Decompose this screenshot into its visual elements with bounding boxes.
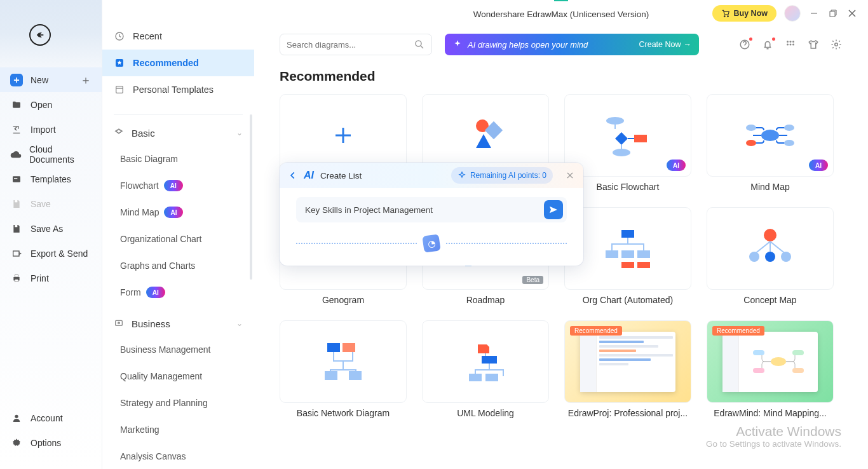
chevron-down-icon: ⌄ bbox=[236, 319, 243, 328]
svg-point-18 bbox=[416, 41, 421, 46]
cart-icon bbox=[721, 9, 730, 18]
category-basic-label: Basic bbox=[132, 128, 155, 139]
settings-icon[interactable] bbox=[830, 38, 843, 51]
help-icon[interactable] bbox=[738, 38, 751, 51]
svg-rect-66 bbox=[753, 350, 764, 355]
svg-point-20 bbox=[787, 41, 789, 43]
cat-recommended[interactable]: Recommended bbox=[102, 50, 254, 76]
add-icon[interactable]: ＋ bbox=[80, 72, 92, 88]
shirt-icon[interactable] bbox=[807, 38, 820, 51]
scrollbar[interactable] bbox=[250, 114, 252, 280]
svg-rect-3 bbox=[15, 225, 17, 227]
menu-templates[interactable]: Templates bbox=[0, 167, 102, 191]
svg-rect-49 bbox=[606, 250, 618, 258]
sub-graphs[interactable]: Graphs and Charts bbox=[102, 252, 254, 279]
plus-icon bbox=[332, 124, 355, 147]
title-accent bbox=[554, 0, 568, 1]
ai-prompt-box[interactable] bbox=[296, 197, 567, 222]
menu-account[interactable]: Account bbox=[0, 405, 102, 430]
ai-logo: AI bbox=[304, 170, 314, 181]
sub-flowchart[interactable]: FlowchartAI bbox=[102, 172, 254, 199]
popup-close-button[interactable] bbox=[566, 171, 574, 180]
svg-point-31 bbox=[613, 149, 630, 156]
menu-export[interactable]: Export & Send bbox=[0, 241, 102, 266]
template-mindmap[interactable]: AI Mind Map bbox=[707, 94, 834, 194]
divider bbox=[114, 114, 243, 115]
template-concept[interactable]: Concept Map bbox=[707, 207, 834, 308]
template-flowchart[interactable]: AI Basic Flowchart bbox=[564, 94, 691, 194]
cat-personal-label: Personal Templates bbox=[133, 85, 214, 95]
sub-basic-diagram[interactable]: Basic Diagram bbox=[102, 146, 254, 172]
bell-icon[interactable] bbox=[761, 38, 774, 51]
menu-new[interactable]: New ＋ bbox=[0, 67, 102, 92]
svg-point-16 bbox=[727, 16, 728, 17]
template-edrawproj[interactable]: Recommended EdrawProj: Professional proj… bbox=[564, 320, 691, 421]
menu-open[interactable]: Open bbox=[0, 92, 102, 117]
svg-point-32 bbox=[761, 130, 779, 141]
cat-recent[interactable]: Recent bbox=[102, 23, 254, 50]
ai-send-button[interactable] bbox=[544, 200, 563, 219]
cat-personal[interactable]: Personal Templates bbox=[102, 76, 254, 103]
sub-org-chart[interactable]: Organizational Chart bbox=[102, 226, 254, 252]
sub-quality[interactable]: Quality Management bbox=[102, 363, 254, 390]
ai-badge: AI bbox=[146, 287, 165, 298]
maximize-button[interactable] bbox=[827, 8, 839, 19]
export-icon bbox=[10, 247, 23, 260]
svg-rect-50 bbox=[621, 250, 634, 258]
svg-rect-0 bbox=[13, 176, 20, 182]
svg-rect-58 bbox=[327, 343, 340, 352]
app-preview bbox=[722, 332, 818, 392]
import-icon bbox=[10, 123, 23, 136]
menu-options[interactable]: Options bbox=[0, 430, 102, 455]
menu-save: Save bbox=[0, 191, 102, 216]
tag-icon bbox=[114, 128, 124, 138]
menu-save-as[interactable]: Save As bbox=[0, 216, 102, 241]
search-input[interactable] bbox=[287, 40, 409, 50]
send-icon bbox=[548, 205, 559, 215]
business-icon bbox=[114, 318, 124, 329]
ai-points-pill[interactable]: Remaining AI points: 0 bbox=[451, 167, 553, 184]
sub-strategy[interactable]: Strategy and Planning bbox=[102, 390, 254, 416]
buy-now-button[interactable]: Buy Now bbox=[712, 5, 776, 22]
gear-icon bbox=[10, 437, 23, 449]
sub-form[interactable]: FormAI bbox=[102, 279, 254, 306]
category-business[interactable]: Business ⌄ bbox=[102, 311, 254, 336]
ai-loading: ◔ bbox=[296, 235, 567, 252]
clock-icon bbox=[114, 31, 125, 42]
template-org-auto[interactable]: Org Chart (Automated) bbox=[564, 207, 691, 308]
minimize-button[interactable] bbox=[808, 8, 820, 19]
svg-point-8 bbox=[15, 414, 18, 418]
sub-biz-mgmt[interactable]: Business Management bbox=[102, 336, 254, 363]
avatar[interactable] bbox=[784, 5, 801, 22]
arrow-left-icon bbox=[35, 30, 45, 40]
menu-print[interactable]: Print bbox=[0, 266, 102, 290]
sub-mindmap[interactable]: Mind MapAI bbox=[102, 199, 254, 226]
back-button[interactable] bbox=[29, 24, 51, 46]
section-title: Recommended bbox=[280, 69, 843, 84]
personal-icon bbox=[114, 84, 125, 95]
close-button[interactable] bbox=[846, 8, 858, 19]
svg-point-65 bbox=[771, 357, 786, 366]
menu-cloud[interactable]: Cloud Documents bbox=[0, 142, 102, 167]
search-box[interactable] bbox=[280, 34, 432, 55]
svg-rect-2 bbox=[15, 200, 17, 202]
menu-print-label: Print bbox=[31, 273, 49, 283]
apps-icon[interactable] bbox=[784, 38, 797, 51]
template-network[interactable]: Basic Network Diagram bbox=[280, 320, 407, 421]
ai-banner[interactable]: AI drawing helps open your mind Create N… bbox=[445, 34, 699, 55]
svg-point-57 bbox=[781, 252, 791, 262]
sub-marketing[interactable]: Marketing bbox=[102, 416, 254, 443]
user-icon bbox=[10, 412, 23, 425]
template-edrawmind[interactable]: Recommended EdrawMind: Mind Mapping... bbox=[707, 320, 834, 421]
template-uml[interactable]: UML Modeling bbox=[422, 320, 549, 421]
svg-rect-1 bbox=[14, 178, 17, 179]
app-preview bbox=[580, 332, 675, 392]
ai-prompt-input[interactable] bbox=[305, 205, 544, 215]
svg-rect-64 bbox=[485, 374, 498, 381]
category-basic[interactable]: Basic ⌄ bbox=[102, 120, 254, 146]
popup-back-button[interactable] bbox=[288, 171, 297, 180]
sub-analysis[interactable]: Analysis Canvas bbox=[102, 443, 254, 469]
recommended-badge: Recommended bbox=[712, 326, 764, 336]
sparkle-icon bbox=[452, 39, 463, 50]
menu-import[interactable]: Import bbox=[0, 117, 102, 142]
